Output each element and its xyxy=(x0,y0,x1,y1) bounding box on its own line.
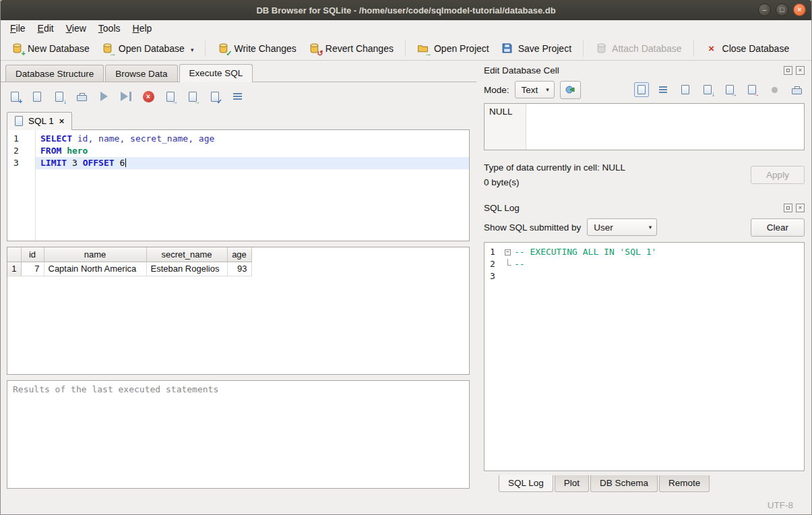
editor-text[interactable]: SELECT id, name, secret_name, age FROM h… xyxy=(36,130,469,241)
main-area: Database Structure Browse Data Execute S… xyxy=(1,61,811,495)
sql-log-filter-row: Show SQL submitted by User ▾ Clear xyxy=(484,215,805,239)
save-project-button[interactable]: Save Project xyxy=(495,40,577,57)
menu-edit[interactable]: Edit xyxy=(32,22,60,35)
close-icon[interactable]: × xyxy=(793,3,806,16)
sql-editor[interactable]: 1 2 3 SELECT id, name, secret_name, age … xyxy=(7,129,470,241)
encoding-indicator[interactable]: UTF-8 xyxy=(768,500,793,510)
sql-log-title: SQL Log xyxy=(484,203,520,213)
toolbar-separator xyxy=(205,40,206,57)
text-cursor xyxy=(125,158,126,167)
log-line-3 xyxy=(514,270,804,282)
window-title: DB Browser for SQLite - /home/user/code/… xyxy=(256,5,555,16)
stop-icon[interactable]: × xyxy=(140,88,156,104)
tab-plot[interactable]: Plot xyxy=(555,475,589,492)
tab-execute-sql[interactable]: Execute SQL xyxy=(179,64,253,82)
write-changes-label: Write Changes xyxy=(234,43,296,54)
cell-size-info: 0 byte(s) xyxy=(484,177,625,187)
main-tab-bar: Database Structure Browse Data Execute S… xyxy=(1,63,476,82)
menu-help[interactable]: Help xyxy=(127,22,158,35)
sql-log-dock-header: SQL Log × xyxy=(484,200,805,215)
revert-changes-button[interactable]: ↺ Revert Changes xyxy=(303,40,400,57)
attach-database-icon xyxy=(595,42,607,55)
col-header-name[interactable]: name xyxy=(44,247,146,262)
open-database-label: Open Database xyxy=(119,43,185,54)
sql-document-icon xyxy=(15,116,23,126)
maximize-icon[interactable]: □ xyxy=(776,3,788,16)
menu-tools[interactable]: Tools xyxy=(92,22,127,35)
cell-id[interactable]: 7 xyxy=(21,262,44,276)
float-panel-icon[interactable] xyxy=(784,204,792,212)
log-line-1: -- EXECUTING ALL IN 'SQL 1' xyxy=(514,246,804,258)
set-null-icon[interactable] xyxy=(766,82,782,98)
new-tab-icon[interactable]: + xyxy=(7,88,23,104)
tab-remote[interactable]: Remote xyxy=(659,475,710,492)
editor-gutter: 1 2 3 xyxy=(7,130,36,241)
close-database-icon: × xyxy=(706,42,718,55)
menu-file[interactable]: File xyxy=(4,22,32,35)
text-mode-icon[interactable] xyxy=(634,82,649,97)
title-bar[interactable]: DB Browser for SQLite - /home/user/code/… xyxy=(1,0,811,20)
export-cell-icon[interactable]: → xyxy=(722,82,738,98)
clear-button[interactable]: Clear xyxy=(751,218,805,237)
attach-database-button: Attach Database xyxy=(589,40,688,57)
menu-view[interactable]: View xyxy=(60,22,92,35)
left-panel: Database Structure Browse Data Execute S… xyxy=(1,61,476,495)
right-panel: Edit Database Cell × Mode: Text ▾ xyxy=(480,61,811,495)
sql-tab[interactable]: SQL 1 × xyxy=(7,112,72,130)
print-icon[interactable] xyxy=(73,88,90,104)
export-results-icon[interactable]: → xyxy=(162,88,179,104)
tab-database-structure[interactable]: Database Structure xyxy=(5,65,104,82)
chevron-down-icon: ▾ xyxy=(546,86,549,93)
close-database-button[interactable]: × Close Database xyxy=(699,40,796,57)
cell-info-row: Type of data currently in cell: NULL 0 b… xyxy=(484,157,805,192)
find-replace-icon[interactable]: ✓ xyxy=(207,88,223,104)
cell-age[interactable]: 93 xyxy=(227,262,251,276)
tab-db-schema[interactable]: DB Schema xyxy=(590,475,658,492)
log-line-2: -- xyxy=(514,258,804,270)
col-header-id[interactable]: id xyxy=(21,247,44,262)
write-changes-button[interactable]: ✓ Write Changes xyxy=(211,40,302,57)
sql-tab-close-icon[interactable]: × xyxy=(59,116,65,126)
cell-value-editor[interactable]: NULL xyxy=(484,103,805,150)
apply-button[interactable]: Apply xyxy=(751,166,805,184)
save-results-icon[interactable]: → xyxy=(185,88,201,104)
minimize-icon[interactable]: – xyxy=(758,3,771,16)
import-icon xyxy=(565,84,575,95)
import-data-button[interactable] xyxy=(560,81,581,99)
cell-name[interactable]: Captain North America xyxy=(44,262,146,276)
execute-all-icon[interactable] xyxy=(96,88,112,104)
print-cell-icon[interactable] xyxy=(788,82,805,98)
copy-icon[interactable] xyxy=(677,82,693,98)
format-sql-icon[interactable] xyxy=(229,88,245,104)
save-as-icon[interactable]: ↓ xyxy=(699,82,716,98)
cell-mode-row: Mode: Text ▾ ↓ → → xyxy=(484,78,805,102)
cell-secret-name[interactable]: Esteban Rogelios xyxy=(146,262,227,276)
app-window: DB Browser for SQLite - /home/user/code/… xyxy=(0,0,812,515)
code-line-3: LIMIT 3 OFFSET 6 xyxy=(36,157,469,169)
results-message: Results of the last executed statements xyxy=(7,380,470,489)
row-number[interactable]: 1 xyxy=(7,262,21,276)
fold-collapse-icon[interactable]: − xyxy=(505,249,511,255)
open-project-icon: → xyxy=(417,42,429,55)
save-sql-file-icon[interactable]: ↓ xyxy=(51,88,67,104)
open-sql-file-icon[interactable] xyxy=(29,88,45,104)
col-header-age[interactable]: age xyxy=(227,247,251,262)
cell-value: NULL xyxy=(485,104,526,150)
word-wrap-icon[interactable] xyxy=(655,82,671,98)
execute-current-line-icon[interactable] xyxy=(118,88,134,104)
float-panel-icon[interactable] xyxy=(784,66,792,75)
submitted-by-select[interactable]: User ▾ xyxy=(587,218,657,236)
open-database-dropdown-icon[interactable]: ▾ xyxy=(191,47,194,55)
new-database-button[interactable]: + New Database xyxy=(5,40,96,57)
import-cell-icon[interactable]: → xyxy=(744,82,760,98)
col-header-secret-name[interactable]: secret_name xyxy=(146,247,227,262)
close-panel-icon[interactable]: × xyxy=(796,204,805,212)
close-panel-icon[interactable]: × xyxy=(796,66,805,75)
toolbar-separator xyxy=(405,40,406,57)
tab-sql-log[interactable]: SQL Log xyxy=(499,475,553,492)
tab-browse-data[interactable]: Browse Data xyxy=(105,65,177,82)
open-database-button[interactable]: → Open Database ▾ xyxy=(96,40,200,57)
open-project-button[interactable]: → Open Project xyxy=(411,40,495,57)
status-bar: UTF-8 xyxy=(1,495,811,514)
mode-select[interactable]: Text ▾ xyxy=(515,81,555,98)
